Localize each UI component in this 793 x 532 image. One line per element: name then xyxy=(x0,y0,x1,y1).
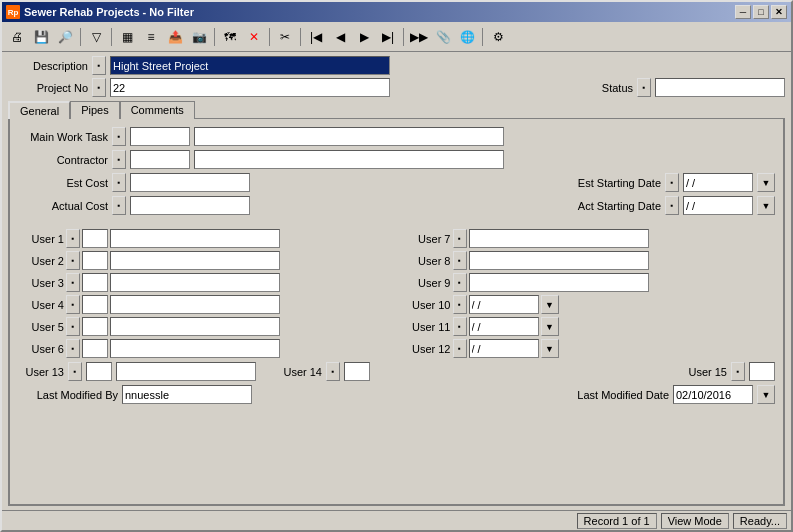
user14-lookup[interactable]: ▪ xyxy=(326,362,340,381)
close-button[interactable]: ✕ xyxy=(771,5,787,19)
act-date-dropdown[interactable]: ▼ xyxy=(757,196,775,215)
user6-lookup[interactable]: ▪ xyxy=(66,339,80,358)
act-starting-date-input[interactable] xyxy=(683,196,753,215)
app-icon: Rp xyxy=(6,5,20,19)
user15-short[interactable] xyxy=(749,362,775,381)
est-starting-date-input[interactable] xyxy=(683,173,753,192)
list-button[interactable]: ≡ xyxy=(140,26,162,48)
main-work-task-lookup[interactable]: ▪ xyxy=(112,127,126,146)
user5-short[interactable] xyxy=(82,317,108,336)
user5-long[interactable] xyxy=(110,317,280,336)
user6-long[interactable] xyxy=(110,339,280,358)
user5-lookup[interactable]: ▪ xyxy=(66,317,80,336)
nav-first-button[interactable]: |◀ xyxy=(305,26,327,48)
scissors-button[interactable]: ✂ xyxy=(274,26,296,48)
status-lookup-btn[interactable]: ▪ xyxy=(637,78,651,97)
nav-next-button[interactable]: ▶ xyxy=(353,26,375,48)
est-cost-lookup[interactable]: ▪ xyxy=(112,173,126,192)
query-button[interactable]: 🔎 xyxy=(54,26,76,48)
act-date-lookup[interactable]: ▪ xyxy=(665,196,679,215)
cost-date-row: Est Cost ▪ Est Starting Date ▪ ▼ xyxy=(18,173,775,192)
save-button[interactable]: 💾 xyxy=(30,26,52,48)
user1-long[interactable] xyxy=(110,229,280,248)
actual-cost-lookup[interactable]: ▪ xyxy=(112,196,126,215)
nav-skip-button[interactable]: ▶▶ xyxy=(408,26,430,48)
nav-last-button[interactable]: ▶| xyxy=(377,26,399,48)
user2-short[interactable] xyxy=(82,251,108,270)
map-button[interactable]: 🗺 xyxy=(219,26,241,48)
user1-short[interactable] xyxy=(82,229,108,248)
user13-short[interactable] xyxy=(86,362,112,381)
user1-lookup[interactable]: ▪ xyxy=(66,229,80,248)
description-input[interactable] xyxy=(110,56,390,75)
user11-date[interactable] xyxy=(469,317,539,336)
user10-date[interactable] xyxy=(469,295,539,314)
act-starting-date-label: Act Starting Date xyxy=(551,200,661,212)
attach-button[interactable]: 📎 xyxy=(432,26,454,48)
user9-long[interactable] xyxy=(469,273,649,292)
est-starting-date-label: Est Starting Date xyxy=(551,177,661,189)
tab-pipes[interactable]: Pipes xyxy=(70,101,120,119)
filter-button[interactable]: ▽ xyxy=(85,26,107,48)
est-date-dropdown[interactable]: ▼ xyxy=(757,173,775,192)
photo-button[interactable]: 📷 xyxy=(188,26,210,48)
est-date-lookup[interactable]: ▪ xyxy=(665,173,679,192)
user13-lookup[interactable]: ▪ xyxy=(68,362,82,381)
user7-row: User 7 ▪ xyxy=(401,229,776,248)
user4-label: User 4 xyxy=(18,299,64,311)
description-lookup-btn[interactable]: ▪ xyxy=(92,56,106,75)
sep7 xyxy=(482,28,483,46)
tab-general[interactable]: General xyxy=(8,101,70,119)
user1-label: User 1 xyxy=(18,233,64,245)
user8-lookup[interactable]: ▪ xyxy=(453,251,467,270)
last-modified-by-input[interactable] xyxy=(122,385,252,404)
user8-long[interactable] xyxy=(469,251,649,270)
user4-long[interactable] xyxy=(110,295,280,314)
user14-short[interactable] xyxy=(344,362,370,381)
user3-long[interactable] xyxy=(110,273,280,292)
nav-prev-button[interactable]: ◀ xyxy=(329,26,351,48)
minimize-button[interactable]: ─ xyxy=(735,5,751,19)
globe-button[interactable]: 🌐 xyxy=(456,26,478,48)
user10-lookup[interactable]: ▪ xyxy=(453,295,467,314)
contractor-short[interactable] xyxy=(130,150,190,169)
status-input[interactable] xyxy=(655,78,785,97)
user11-dropdown[interactable]: ▼ xyxy=(541,317,559,336)
contractor-long[interactable] xyxy=(194,150,504,169)
settings-button[interactable]: ⚙ xyxy=(487,26,509,48)
main-work-task-short[interactable] xyxy=(130,127,190,146)
user10-dropdown[interactable]: ▼ xyxy=(541,295,559,314)
delete-button[interactable]: ✕ xyxy=(243,26,265,48)
est-cost-input[interactable] xyxy=(130,173,250,192)
tab-comments[interactable]: Comments xyxy=(120,101,195,119)
user3-lookup[interactable]: ▪ xyxy=(66,273,80,292)
project-no-input[interactable] xyxy=(110,78,390,97)
project-no-lookup-btn[interactable]: ▪ xyxy=(92,78,106,97)
last-modified-date-input[interactable] xyxy=(673,385,753,404)
main-work-task-long[interactable] xyxy=(194,127,504,146)
grid-button[interactable]: ▦ xyxy=(116,26,138,48)
contractor-label: Contractor xyxy=(18,154,108,166)
user9-lookup[interactable]: ▪ xyxy=(453,273,467,292)
user2-long[interactable] xyxy=(110,251,280,270)
last-modified-date-dropdown[interactable]: ▼ xyxy=(757,385,775,404)
user12-date[interactable] xyxy=(469,339,539,358)
user15-lookup[interactable]: ▪ xyxy=(731,362,745,381)
user8-label: User 8 xyxy=(401,255,451,267)
user7-lookup[interactable]: ▪ xyxy=(453,229,467,248)
user2-lookup[interactable]: ▪ xyxy=(66,251,80,270)
export-button[interactable]: 📤 xyxy=(164,26,186,48)
user3-short[interactable] xyxy=(82,273,108,292)
user6-short[interactable] xyxy=(82,339,108,358)
user13-long[interactable] xyxy=(116,362,256,381)
actual-cost-input[interactable] xyxy=(130,196,250,215)
user12-dropdown[interactable]: ▼ xyxy=(541,339,559,358)
user11-lookup[interactable]: ▪ xyxy=(453,317,467,336)
user12-lookup[interactable]: ▪ xyxy=(453,339,467,358)
user7-long[interactable] xyxy=(469,229,649,248)
user4-short[interactable] xyxy=(82,295,108,314)
contractor-lookup[interactable]: ▪ xyxy=(112,150,126,169)
user4-lookup[interactable]: ▪ xyxy=(66,295,80,314)
maximize-button[interactable]: □ xyxy=(753,5,769,19)
print-button[interactable]: 🖨 xyxy=(6,26,28,48)
